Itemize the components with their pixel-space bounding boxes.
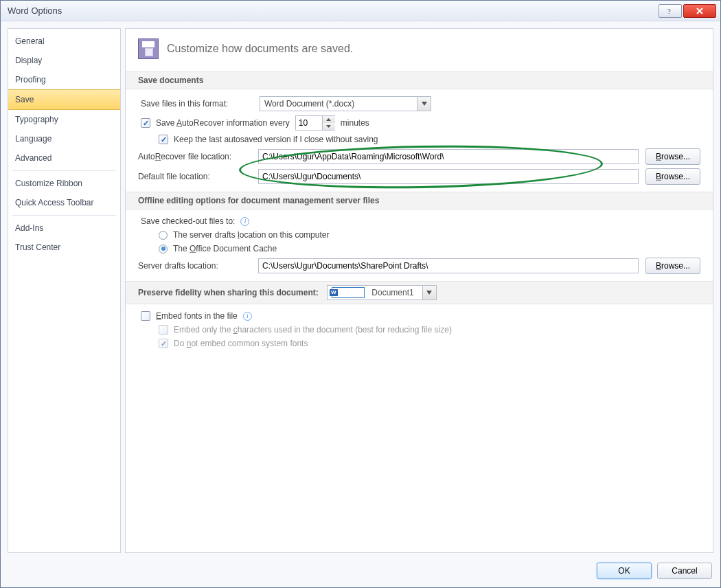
autorecover-location-label: AutoRecover file location: [138,152,251,161]
info-icon[interactable]: i [240,217,249,226]
close-button[interactable] [683,4,716,18]
word-doc-icon [332,287,365,298]
page-header: Customize how documents are saved. [138,38,700,59]
spinner-down-icon[interactable] [323,123,335,130]
autorecover-checkbox[interactable] [141,118,150,128]
browse-server-drafts-button[interactable]: Browse... [645,258,700,274]
sidebar-separator [12,170,116,171]
chevron-down-icon[interactable] [422,286,436,299]
autorecover-unit-label: minutes [341,118,369,128]
spinner-up-icon[interactable] [323,116,335,123]
options-main-panel: Customize how documents are saved. Save … [125,28,713,553]
category-sidebar: General Display Proofing Save Typography… [8,28,121,553]
sidebar-item-general[interactable]: General [8,32,120,51]
sidebar-item-qat[interactable]: Quick Access Toolbar [8,193,120,212]
browse-default-button[interactable]: Browse... [645,168,700,185]
sidebar-item-typography[interactable]: Typography [8,110,120,129]
section-offline-editing: Offline editing options for document man… [126,192,713,210]
cancel-button[interactable]: Cancel [657,563,712,579]
ok-button[interactable]: OK [597,563,652,579]
sidebar-item-advanced[interactable]: Advanced [8,148,120,168]
server-drafts-input[interactable] [258,258,639,273]
sidebar-item-proofing[interactable]: Proofing [8,70,120,89]
sidebar-item-addins[interactable]: Add-Ins [8,218,120,238]
autorecover-minutes-input[interactable] [296,116,322,130]
default-location-input[interactable] [258,169,639,184]
autorecover-label: Save AutoRecover information every [156,118,290,128]
section-preserve-fidelity: Preserve fidelity when sharing this docu… [126,281,713,304]
radio-server-drafts[interactable] [159,231,168,240]
keep-last-autosave-label: Keep the last autosaved version if I clo… [174,135,378,144]
radio-office-cache-label: The Office Document Cache [173,244,277,253]
radio-office-cache[interactable] [159,245,168,253]
page-title: Customize how documents are saved. [167,43,353,55]
options-window: Word Options ? General Display Proofing … [0,0,721,588]
embed-fonts-checkbox[interactable] [141,311,150,321]
save-format-value: Word Document (*.docx) [260,99,417,109]
save-format-combo[interactable]: Word Document (*.docx) [260,96,431,111]
window-title: Word Options [8,5,657,16]
no-common-fonts-checkbox [159,339,168,348]
sidebar-separator [12,215,116,216]
browse-autorecover-button[interactable]: Browse... [645,148,700,165]
save-checked-out-label: Save checked-out files to: [141,216,235,226]
default-location-label: Default file location: [138,172,251,181]
keep-last-autosave-checkbox[interactable] [159,135,168,144]
section-save-documents: Save documents [126,71,713,89]
chevron-down-icon[interactable] [417,97,431,111]
embed-chars-checkbox [159,325,168,335]
no-common-fonts-label: Do not embed common system fonts [174,339,308,348]
help-button[interactable]: ? [659,4,682,18]
server-drafts-label: Server drafts location: [138,261,251,271]
radio-server-drafts-label: The server drafts location on this compu… [173,230,329,240]
titlebar: Word Options ? [1,1,720,21]
sidebar-item-trust-center[interactable]: Trust Center [8,238,120,257]
dialog-footer: OK Cancel [597,563,712,579]
svg-text:?: ? [667,7,671,15]
save-format-label: Save files in this format: [141,99,254,109]
sidebar-item-display[interactable]: Display [8,51,120,70]
sidebar-item-customize-ribbon[interactable]: Customize Ribbon [8,174,120,193]
autorecover-minutes-spinner[interactable] [295,115,335,131]
sidebar-item-save[interactable]: Save [8,89,120,110]
save-hero-icon [138,38,159,59]
info-icon[interactable]: i [243,312,252,321]
embed-fonts-label: Embed fonts in the file [156,311,238,321]
embed-chars-label: Embed only the characters used in the do… [174,325,452,335]
preserve-doc-value: Document1 [367,288,417,297]
autorecover-location-input[interactable] [258,149,639,164]
sidebar-item-language[interactable]: Language [8,129,120,148]
preserve-doc-combo[interactable]: Document1 [327,285,437,300]
